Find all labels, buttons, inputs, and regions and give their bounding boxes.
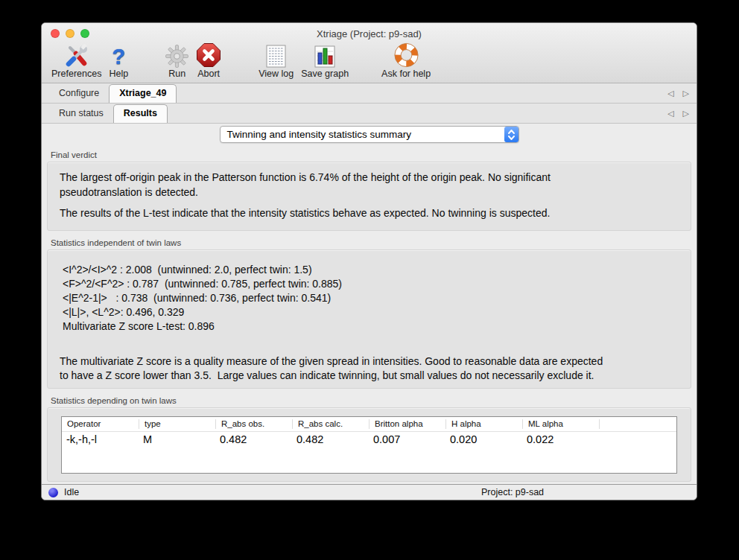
tab-scroll-right-icon[interactable]: ▷ xyxy=(683,109,689,118)
save-graph-label: Save graph xyxy=(301,69,349,79)
help-label: Help xyxy=(109,69,128,79)
project-name-text: Project: p9-sad xyxy=(481,487,544,497)
results-panel: Twinning and intensity statistics summar… xyxy=(42,126,697,482)
independent-stats-section-label: Statistics independent of twin laws xyxy=(51,238,697,247)
ltest-verdict-text: The results of the L-test indicate that … xyxy=(60,206,679,221)
ask-for-help-label: Ask for help xyxy=(381,69,431,79)
toolbar: Preferences ? Help xyxy=(42,44,697,83)
tab-xtriage-49[interactable]: Xtriage_49 xyxy=(109,84,177,103)
tab-scroll-right-icon[interactable]: ▷ xyxy=(683,89,689,98)
dropdown-stepper-icon[interactable] xyxy=(504,127,518,142)
cell-operator: -k,-h,-l xyxy=(62,433,139,445)
tab-run-status[interactable]: Run status xyxy=(49,104,113,123)
dropdown-selected-value: Twinning and intensity statistics summar… xyxy=(221,129,504,140)
cell-rabs-calc: 0.482 xyxy=(292,433,369,445)
column-header-ml-alpha[interactable]: ML alpha xyxy=(522,419,599,429)
column-header-britton-alpha[interactable]: Britton alpha xyxy=(369,419,445,429)
tools-icon xyxy=(64,43,89,68)
stat-multivariate-z: Multivariate Z score L-test: 0.896 xyxy=(60,319,679,334)
stop-x-icon xyxy=(196,43,221,68)
column-header-type[interactable]: type xyxy=(139,419,215,429)
preferences-label: Preferences xyxy=(51,69,101,79)
lifebuoy-icon xyxy=(393,43,419,68)
run-label: Run xyxy=(168,69,185,79)
twin-law-table: Operator type R_abs obs. R_abs calc. Bri… xyxy=(61,416,677,474)
tab-scroll-arrows: ◁ ▷ xyxy=(667,89,689,98)
cell-type: M xyxy=(139,433,215,445)
column-header-operator[interactable]: Operator xyxy=(62,419,139,429)
question-mark-icon: ? xyxy=(112,43,125,68)
run-button[interactable]: Run xyxy=(162,43,192,79)
stat-i2-over-i: <I^2>/<I>^2 : 2.008 (untwinned: 2.0, per… xyxy=(60,263,679,277)
tab-results[interactable]: Results xyxy=(113,104,168,123)
close-window-button[interactable] xyxy=(51,29,60,38)
view-log-label: View log xyxy=(259,69,294,79)
titlebar[interactable]: Xtriage (Project: p9-sad) xyxy=(42,23,697,44)
cell-h-alpha: 0.020 xyxy=(445,433,522,445)
save-graph-button[interactable]: Save graph xyxy=(297,43,352,79)
column-header-rabs-calc[interactable]: R_abs calc. xyxy=(292,419,369,429)
window-chrome: Xtriage (Project: p9-sad) Preferences xyxy=(42,23,697,83)
z-score-explanation-text: The multivariate Z score is a quality me… xyxy=(60,354,679,384)
independent-stats-box: <I^2>/<I>^2 : 2.008 (untwinned: 2.0, per… xyxy=(47,249,691,389)
help-button[interactable]: ? Help xyxy=(105,43,132,79)
preferences-button[interactable]: Preferences xyxy=(48,43,105,79)
log-document-icon xyxy=(266,43,286,68)
status-text: Idle xyxy=(64,487,79,497)
zoom-window-button[interactable] xyxy=(80,29,89,38)
traffic-lights xyxy=(51,29,89,38)
stat-e2-minus-1: <|E^2-1|> : 0.738 (untwinned: 0.736, per… xyxy=(60,291,679,305)
column-header-filler xyxy=(599,419,676,429)
result-tabbar: Run status Results ◁ ▷ xyxy=(42,104,697,124)
view-log-button[interactable]: View log xyxy=(255,43,297,79)
bar-chart-icon xyxy=(314,43,335,68)
tab-scroll-left-icon[interactable]: ◁ xyxy=(667,109,673,118)
final-verdict-box: The largest off-origin peak in the Patte… xyxy=(47,162,691,231)
twin-law-table-header: Operator type R_abs obs. R_abs calc. Bri… xyxy=(62,417,676,432)
minimize-window-button[interactable] xyxy=(66,29,74,38)
abort-label: Abort xyxy=(197,69,220,79)
stat-f2-over-f: <F>^2/<F^2> : 0.787 (untwinned: 0.785, p… xyxy=(60,277,679,291)
gear-icon xyxy=(165,43,188,68)
twin-law-stats-section-label: Statistics depending on twin laws xyxy=(51,396,697,405)
tab-scroll-left-icon[interactable]: ◁ xyxy=(667,89,673,98)
patterson-verdict-text: The largest off-origin peak in the Patte… xyxy=(60,171,679,200)
twin-law-stats-box: Operator type R_abs obs. R_abs calc. Bri… xyxy=(47,407,691,482)
column-header-h-alpha[interactable]: H alpha xyxy=(445,419,522,429)
abort-button[interactable]: Abort xyxy=(192,43,225,79)
final-verdict-section-label: Final verdict xyxy=(51,150,697,159)
stat-l-moments: <|L|>, <L^2>: 0.496, 0.329 xyxy=(60,305,679,319)
xtriage-window: Xtriage (Project: p9-sad) Preferences xyxy=(41,22,697,500)
cell-britton-alpha: 0.007 xyxy=(369,433,445,445)
window-title: Xtriage (Project: p9-sad) xyxy=(317,28,422,39)
notebook-tabbar: Configure Xtriage_49 ◁ ▷ xyxy=(42,83,697,104)
cell-rabs-obs: 0.482 xyxy=(215,433,292,445)
status-bar: Idle Project: p9-sad xyxy=(42,484,697,500)
tab-scroll-arrows: ◁ ▷ xyxy=(667,109,689,118)
cell-ml-alpha: 0.022 xyxy=(522,433,599,445)
status-indicator-icon xyxy=(48,488,58,497)
ask-for-help-button[interactable]: Ask for help xyxy=(378,43,434,79)
table-row[interactable]: -k,-h,-l M 0.482 0.482 0.007 0.020 0.022 xyxy=(62,433,676,445)
report-section-dropdown[interactable]: Twinning and intensity statistics summar… xyxy=(220,126,519,143)
column-header-rabs-obs[interactable]: R_abs obs. xyxy=(215,419,292,429)
tab-configure[interactable]: Configure xyxy=(49,84,109,103)
